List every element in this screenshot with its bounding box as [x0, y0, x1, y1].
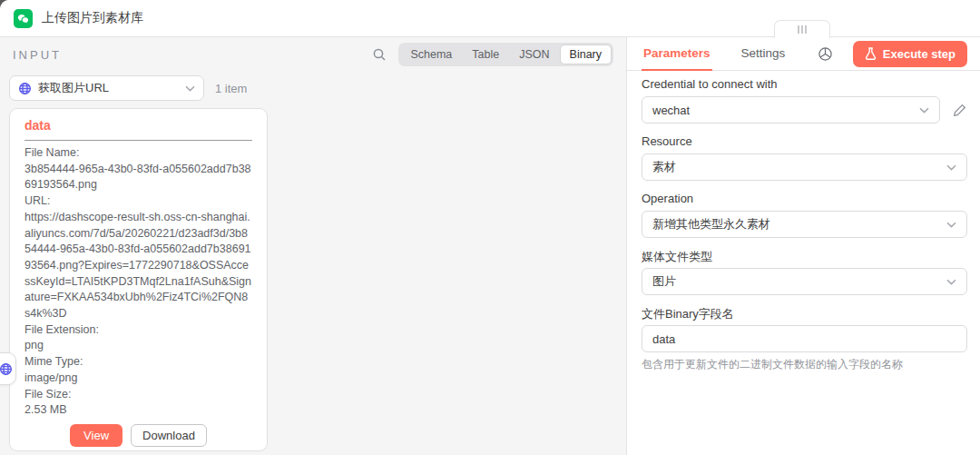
field-media-type: 媒体文件类型 图片: [642, 249, 967, 295]
meta-label: File Size:: [24, 387, 252, 403]
divider: [24, 140, 252, 141]
download-button[interactable]: Download: [131, 424, 207, 447]
meta-value: png: [24, 338, 252, 354]
node-title-bar: 上传图片到素材库: [0, 0, 980, 37]
ndv-tab-bar: Parameters Settings Execute step: [627, 37, 980, 71]
meta-value: 3b854444-965a-43b0-83fd-a055602add7b3869…: [24, 162, 252, 193]
edit-credential-icon[interactable]: [951, 102, 967, 118]
globe-icon: [18, 82, 32, 95]
field-resource: Resource 素材: [642, 134, 967, 181]
chevron-down-icon: [919, 107, 929, 114]
execute-step-button[interactable]: Execute step: [853, 41, 967, 67]
input-panel-header: INPUT Schema Table JSON Binary: [0, 37, 626, 72]
items-count: 1 item: [215, 82, 247, 95]
binary-actions: View Download: [24, 424, 252, 447]
field-label: Credential to connect with: [642, 77, 967, 92]
chevron-down-icon: [946, 222, 956, 228]
tab-settings[interactable]: Settings: [740, 37, 788, 71]
input-panel: INPUT Schema Table JSON Binary: [0, 37, 626, 455]
tab-parameters[interactable]: Parameters: [642, 37, 712, 71]
meta-value: 2.53 MB: [24, 402, 252, 419]
field-label: 文件Binary字段名: [642, 306, 967, 321]
view-button[interactable]: View: [70, 424, 122, 447]
tab-binary[interactable]: Binary: [560, 45, 612, 64]
node-title: 上传图片到素材库: [42, 10, 143, 26]
chevron-down-icon: [185, 85, 195, 92]
meta-value: https://dashscope-result-sh.oss-cn-shang…: [24, 210, 252, 322]
operation-select[interactable]: 新增其他类型永久素材: [642, 211, 967, 238]
parameters-panel: Parameters Settings Execute step Credent…: [626, 37, 980, 455]
chevron-down-icon: [946, 164, 956, 171]
meta-label: Mime Type:: [24, 354, 252, 371]
binary-field-input[interactable]: data: [642, 325, 967, 352]
meta-label: File Name:: [24, 145, 252, 162]
binary-data-card: data File Name: 3b854444-965a-43b0-83fd-…: [9, 108, 268, 451]
field-label: 媒体文件类型: [642, 249, 967, 263]
input-source-select[interactable]: 获取图片URL: [9, 75, 204, 101]
media-type-select[interactable]: 图片: [642, 268, 967, 295]
field-help-text: 包含用于更新文件的二进制文件数据的输入字段的名称: [642, 357, 967, 372]
meta-label: URL:: [24, 193, 252, 210]
display-mode-switcher: Schema Table JSON Binary: [398, 43, 613, 66]
wechat-node-icon: [14, 9, 33, 28]
binary-meta: File Name: 3b854444-965a-43b0-83fd-a0556…: [24, 145, 252, 419]
resource-select[interactable]: 素材: [642, 153, 967, 181]
binary-key: data: [24, 118, 252, 133]
field-label: Resource: [642, 134, 967, 149]
meta-value: image/png: [24, 371, 252, 387]
field-binary-name: 文件Binary字段名 data 包含用于更新文件的二进制文件数据的输入字段的名…: [642, 306, 967, 372]
parameters-form: Credential to connect with wechat: [627, 71, 980, 372]
panel-drag-handle[interactable]: [774, 20, 830, 38]
input-panel-title: INPUT: [13, 48, 62, 62]
field-operation: Operation 新增其他类型永久素材: [642, 192, 967, 238]
tab-json[interactable]: JSON: [509, 45, 559, 64]
field-label: Operation: [642, 192, 967, 206]
flask-icon: [865, 47, 877, 60]
input-source-value: 获取图片URL: [38, 80, 185, 96]
tab-schema[interactable]: Schema: [400, 45, 462, 64]
credential-select[interactable]: wechat: [642, 96, 940, 124]
field-credential: Credential to connect with wechat: [642, 77, 967, 124]
node-detail-view: 上传图片到素材库 INPUT Schema Table JSON Binary: [0, 0, 980, 455]
search-icon[interactable]: [369, 45, 389, 64]
docs-icon[interactable]: [817, 45, 835, 63]
edge-node-pill[interactable]: [0, 352, 16, 385]
globe-icon: [0, 362, 13, 376]
meta-label: File Extension:: [24, 322, 252, 339]
chevron-down-icon: [946, 279, 956, 285]
input-source-row: 获取图片URL 1 item: [9, 75, 613, 101]
tab-table[interactable]: Table: [462, 45, 509, 64]
